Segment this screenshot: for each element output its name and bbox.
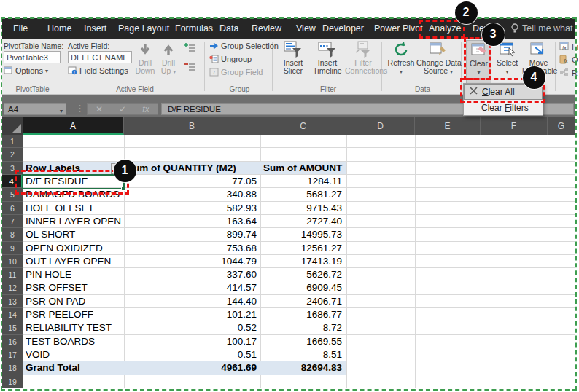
pivot-row-qty[interactable]: 340.88 [124, 188, 260, 200]
tell-me-box[interactable]: Tell me what you [510, 18, 575, 39]
pivottable-name-input[interactable]: PivotTable3 [4, 51, 61, 63]
menu-tab-developer[interactable]: Developer [322, 18, 364, 39]
row-header-4[interactable]: 4 [2, 175, 23, 188]
pivot-row-label[interactable]: PSR PEELOFF [23, 308, 124, 321]
active-field-input[interactable]: DEFECT NAME [68, 51, 132, 63]
expand-field-icon[interactable] [184, 43, 195, 53]
pivot-row-label[interactable]: DAMAGED BOARDS [23, 188, 124, 200]
pivot-row-amount[interactable]: 9715.43 [260, 202, 346, 214]
row-header-13[interactable]: 13 [2, 295, 23, 308]
row-header-1[interactable]: 1 [2, 135, 23, 148]
olap-tools-button[interactable]: fx O [559, 55, 578, 64]
column-header-c[interactable]: C [260, 117, 346, 135]
row-header-15[interactable]: 15 [2, 321, 23, 334]
pivot-row-amount[interactable]: 5626.72 [260, 268, 346, 281]
pivot-row-label[interactable]: OUT LAYER OPEN [23, 255, 124, 267]
pivot-row-label[interactable]: PIN HOLE [23, 268, 124, 281]
row-header-17[interactable]: 17 [2, 348, 23, 361]
pivot-row-qty[interactable]: 899.74 [124, 228, 260, 240]
row-header-7[interactable]: 7 [2, 215, 23, 228]
pivot-row-qty[interactable]: 337.60 [124, 268, 260, 281]
pivot-row-amount[interactable]: 14995.73 [260, 228, 346, 240]
pivot-header-row-labels[interactable]: Row Labels [23, 162, 124, 174]
pivot-row-label[interactable]: PSR ON PAD [23, 295, 124, 307]
column-header-a[interactable]: A [23, 117, 124, 135]
pivot-row-qty[interactable]: 0.51 [124, 348, 260, 361]
menu-item-clear-filters[interactable]: Clear Filters [464, 100, 543, 116]
pivot-row-amount[interactable]: 6909.45 [260, 281, 346, 294]
group-selection-button[interactable]: Group Selection [209, 42, 279, 50]
column-header-g[interactable]: G [548, 117, 575, 135]
pivot-row-amount[interactable]: 8.51 [260, 348, 346, 361]
pivot-row-qty[interactable]: 144.40 [124, 295, 260, 307]
pivot-row-label[interactable]: RELIABILITY TEST [23, 321, 124, 334]
cell-grid[interactable]: Row LabelsSum of QUANTITY (M2)Sum of AMO… [23, 135, 575, 388]
menu-tab-view[interactable]: View [296, 18, 316, 39]
ungroup-button[interactable]: Ungroup [209, 55, 252, 63]
pivot-row-amount[interactable]: 8.72 [260, 321, 346, 334]
menu-tab-data[interactable]: Data [219, 18, 238, 39]
pivot-row-qty[interactable]: 0.52 [124, 321, 260, 334]
row-header-14[interactable]: 14 [2, 308, 23, 321]
formula-bar-splitter[interactable]: ⋮ [75, 103, 85, 114]
pivot-row-label[interactable]: PSR OFFSET [23, 281, 124, 294]
pivot-row-label[interactable]: INNER LAYER OPEN [23, 215, 124, 227]
menu-tab-formulas[interactable]: Formulas [175, 18, 213, 39]
row-header-12[interactable]: 12 [2, 281, 23, 294]
menu-tab-home[interactable]: Home [47, 18, 71, 39]
row-header-5[interactable]: 5 [2, 188, 23, 201]
row-header-10[interactable]: 10 [2, 255, 23, 268]
pivot-row-qty[interactable]: 414.57 [124, 281, 260, 294]
row-header-16[interactable]: 16 [2, 335, 23, 348]
pivot-total-amount[interactable]: 82694.83 [260, 361, 346, 374]
menu-tab-analyze[interactable]: Analyze [429, 18, 461, 39]
fill-handle[interactable] [121, 187, 125, 191]
column-header-f[interactable]: F [481, 117, 548, 135]
pivot-total-qty[interactable]: 4961.69 [124, 361, 260, 374]
column-header-d[interactable]: D [346, 117, 415, 135]
formula-enter-icon[interactable]: ✓ [111, 104, 134, 114]
pivot-row-qty[interactable]: 101.21 [124, 308, 260, 321]
pivot-row-amount[interactable]: 2727.40 [260, 215, 346, 227]
column-header-b[interactable]: B [124, 117, 260, 135]
pivot-row-qty[interactable]: 582.93 [124, 202, 260, 214]
field-settings-button[interactable]: i Field Settings [68, 66, 128, 75]
menu-tab-file[interactable]: File [13, 18, 28, 39]
pivot-row-qty[interactable]: 163.64 [124, 215, 260, 227]
formula-cancel-icon[interactable]: ✕ [88, 104, 111, 114]
row-header-2[interactable]: 2 [2, 148, 23, 161]
pivot-row-qty[interactable]: 77.05 [124, 175, 260, 187]
menu-tab-insert[interactable]: Insert [84, 18, 106, 39]
name-box-dropdown-icon[interactable]: ▾ [60, 106, 63, 117]
pivot-row-amount[interactable]: 17413.19 [260, 255, 346, 267]
column-header-e[interactable]: E [415, 117, 481, 135]
pivot-row-label[interactable]: VOID [23, 348, 124, 361]
row-header-9[interactable]: 9 [2, 242, 23, 255]
menu-tab-page-layout[interactable]: Page Layout [118, 18, 169, 39]
pivot-header-amount[interactable]: Sum of AMOUNT [263, 162, 346, 174]
pivot-row-label[interactable]: HOLE OFFSET [23, 202, 124, 214]
row-header-19[interactable]: 19 [2, 375, 23, 388]
pivot-row-qty[interactable]: 753.68 [124, 242, 260, 254]
options-button[interactable]: Options▾ [4, 66, 48, 75]
menu-tab-review[interactable]: Review [252, 18, 281, 39]
pivot-total-label[interactable]: Grand Total [23, 361, 124, 374]
row-header-3[interactable]: 3 [2, 162, 23, 175]
row-header-6[interactable]: 6 [2, 202, 23, 215]
pivot-row-label[interactable]: TEST BOARDS [23, 335, 124, 348]
row-header-8[interactable]: 8 [2, 228, 23, 241]
pivot-row-qty[interactable]: 1044.79 [124, 255, 260, 267]
fields-items-sets-button[interactable]: fx Fi [559, 42, 578, 51]
group-field-button[interactable]: 7 Group Field [209, 68, 263, 77]
pivot-row-label[interactable]: OPEN OXIDIZED [23, 242, 124, 254]
pivot-row-qty[interactable]: 100.17 [124, 335, 260, 348]
relationships-button[interactable]: R [559, 68, 578, 77]
pivot-row-amount[interactable]: 5681.27 [260, 188, 346, 200]
row-header-11[interactable]: 11 [2, 268, 23, 281]
menu-tab-power-pivot[interactable]: Power Pivot [374, 18, 423, 39]
row-header-18[interactable]: 18 [2, 361, 23, 375]
select-all-button[interactable] [2, 117, 23, 135]
pivot-header-qty[interactable]: Sum of QUANTITY (M2) [127, 162, 260, 174]
pivot-row-amount[interactable]: 1669.55 [260, 335, 346, 348]
formula-fx-icon[interactable]: fx [134, 104, 158, 114]
